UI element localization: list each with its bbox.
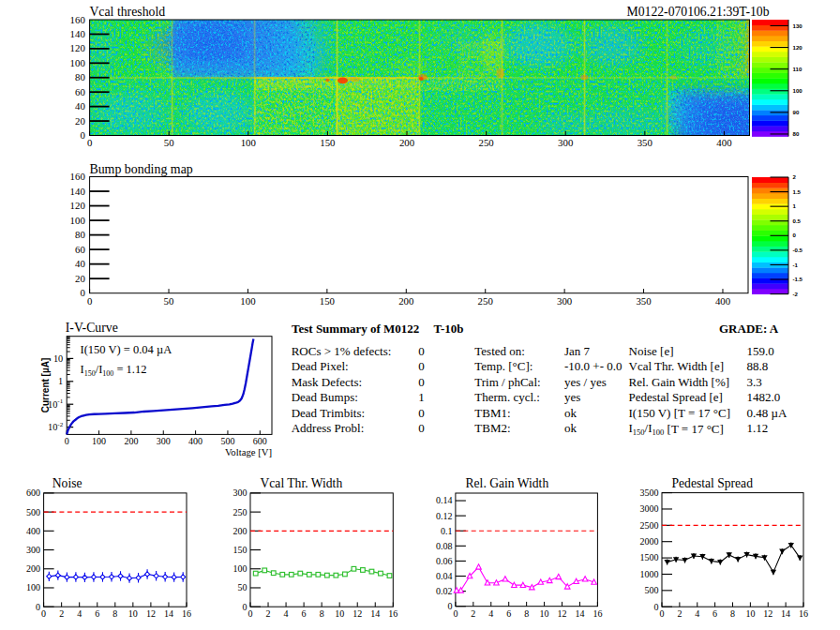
svg-text:140: 140: [70, 186, 85, 197]
svg-text:600: 600: [253, 436, 267, 446]
svg-text:10: 10: [335, 608, 344, 619]
svg-text:250: 250: [478, 295, 493, 307]
svg-text:yes / yes: yes / yes: [564, 375, 607, 389]
svg-text:0.14: 0.14: [436, 495, 453, 505]
svg-text:50: 50: [238, 582, 248, 592]
svg-text:4: 4: [77, 608, 82, 619]
svg-text:0.1: 0.1: [441, 526, 453, 536]
svg-text:6: 6: [95, 608, 99, 619]
svg-text:400: 400: [716, 137, 731, 148]
svg-text:Dead Trimbits:: Dead Trimbits:: [292, 406, 365, 420]
svg-text:100: 100: [241, 137, 256, 148]
svg-text:Bump bonding map: Bump bonding map: [89, 162, 192, 176]
svg-text:Tested on:: Tested on:: [474, 344, 525, 358]
svg-text:250: 250: [233, 507, 248, 518]
svg-text:10: 10: [53, 353, 63, 364]
svg-text:8: 8: [112, 608, 117, 619]
svg-text:Noise: Noise: [52, 476, 82, 490]
svg-text:Therm. cycl.:: Therm. cycl.:: [474, 390, 540, 404]
svg-text:40: 40: [75, 100, 85, 112]
svg-text:50: 50: [164, 137, 174, 148]
svg-text:6: 6: [302, 608, 307, 619]
svg-text:100: 100: [233, 563, 248, 574]
svg-text:20: 20: [75, 273, 85, 284]
svg-text:10: 10: [128, 608, 138, 619]
svg-text:Rel. Gain Width: Rel. Gain Width: [466, 476, 549, 490]
svg-text:150: 150: [320, 295, 335, 307]
svg-text:600: 600: [26, 488, 40, 498]
svg-text:0: 0: [654, 602, 659, 612]
svg-text:ROCs > 1% defects:: ROCs > 1% defects:: [292, 344, 392, 358]
svg-text:10: 10: [540, 608, 549, 619]
svg-text:120: 120: [70, 200, 85, 211]
svg-text:150: 150: [320, 137, 335, 148]
svg-text:160: 160: [70, 171, 85, 182]
svg-text:6: 6: [712, 608, 717, 619]
svg-text:Vcal threshold: Vcal threshold: [89, 5, 165, 19]
svg-text:16: 16: [182, 608, 191, 619]
svg-text:159.0: 159.0: [747, 344, 774, 358]
svg-text:3.3: 3.3: [747, 375, 762, 389]
svg-text:1: 1: [418, 390, 425, 404]
svg-text:10: 10: [745, 608, 755, 619]
svg-text:500: 500: [220, 436, 234, 446]
svg-text:50: 50: [164, 295, 174, 307]
svg-text:2: 2: [471, 608, 475, 619]
svg-text:0: 0: [447, 601, 452, 611]
svg-text:350: 350: [638, 137, 652, 148]
svg-text:1500: 1500: [640, 552, 659, 562]
svg-text:Mask Defects:: Mask Defects:: [292, 375, 362, 389]
svg-text:0: 0: [418, 406, 425, 420]
svg-text:12: 12: [558, 608, 567, 619]
svg-text:150: 150: [233, 545, 248, 555]
svg-text:60: 60: [75, 244, 85, 255]
svg-text:300: 300: [557, 295, 572, 307]
svg-text:350: 350: [636, 295, 651, 307]
svg-text:12: 12: [763, 608, 772, 619]
svg-text:16: 16: [388, 608, 398, 619]
svg-text:1000: 1000: [640, 569, 659, 579]
svg-text:1.12: 1.12: [747, 421, 769, 435]
svg-text:GRADE: A: GRADE: A: [719, 322, 779, 336]
svg-text:Vcal Thr. Width [e]: Vcal Thr. Width [e]: [629, 359, 725, 373]
svg-text:Noise [e]: Noise [e]: [629, 344, 674, 358]
svg-text:0: 0: [36, 602, 40, 612]
svg-text:8: 8: [320, 608, 324, 619]
svg-text:400: 400: [26, 526, 40, 536]
svg-text:16: 16: [592, 608, 602, 619]
svg-text:14: 14: [370, 608, 380, 619]
svg-text:0: 0: [65, 436, 69, 446]
svg-text:2: 2: [677, 608, 682, 619]
svg-text:60: 60: [75, 86, 85, 98]
svg-text:Trim / phCal:: Trim / phCal:: [474, 375, 540, 389]
svg-text:300: 300: [558, 137, 573, 148]
svg-text:I(150 V) [T = 17 °C]: I(150 V) [T = 17 °C]: [629, 406, 730, 420]
svg-text:0.5: 0.5: [793, 218, 802, 224]
svg-text:0: 0: [80, 129, 84, 141]
svg-text:200: 200: [124, 436, 138, 446]
svg-text:0: 0: [248, 608, 253, 619]
svg-text:80: 80: [793, 130, 800, 137]
svg-text:200: 200: [399, 137, 414, 148]
svg-text:100: 100: [92, 436, 106, 446]
svg-text:Rel. Gain Width [%]: Rel. Gain Width [%]: [629, 375, 730, 389]
svg-text:1: 1: [58, 376, 63, 386]
svg-text:14: 14: [781, 608, 790, 619]
svg-text:160: 160: [70, 14, 85, 25]
svg-text:ok: ok: [564, 421, 578, 435]
svg-text:20: 20: [75, 115, 85, 127]
svg-text:8: 8: [524, 608, 529, 619]
svg-text:0.48 µA: 0.48 µA: [747, 406, 788, 420]
svg-text:1482.0: 1482.0: [747, 390, 781, 404]
svg-text:0.08: 0.08: [436, 541, 453, 551]
svg-text:TBM2:: TBM2:: [474, 421, 510, 435]
svg-text:3000: 3000: [640, 503, 659, 514]
svg-text:400: 400: [715, 295, 730, 307]
svg-text:-1: -1: [793, 262, 799, 268]
svg-text:300: 300: [233, 488, 248, 498]
svg-text:0: 0: [418, 359, 425, 373]
svg-text:250: 250: [479, 137, 494, 148]
svg-text:0.04: 0.04: [436, 571, 453, 581]
svg-text:100: 100: [793, 87, 803, 94]
svg-text:16: 16: [799, 608, 808, 619]
